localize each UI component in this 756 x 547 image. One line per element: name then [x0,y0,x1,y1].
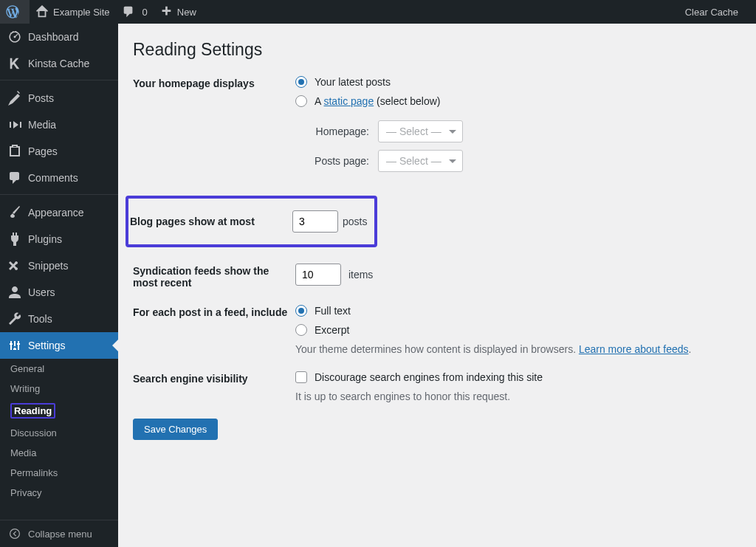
learn-more-feeds-link[interactable]: Learn more about feeds [579,343,689,355]
sidebar-item-settings[interactable]: Settings [0,332,118,359]
brush-icon [7,205,22,220]
radio-icon [295,324,307,336]
sidebar-item-label: Tools [28,313,52,325]
row-search-visibility: Search engine visibility Discourage sear… [133,371,741,402]
site-name-menu[interactable]: Example Site [30,0,116,24]
radio-label: A static page (select below) [315,95,440,107]
radio-latest-posts[interactable]: Your latest posts [295,76,741,88]
sidebar-item-label: Pages [28,145,58,157]
sidebar-item-users[interactable]: Users [0,279,118,306]
comments-menu[interactable]: 0 [116,0,154,24]
scissors-icon [7,258,22,273]
radio-label: Excerpt [315,324,349,336]
settings-submenu: General Writing Reading Discussion Media… [0,359,118,452]
row-label: Blog pages show at most [128,216,292,227]
sidebar-item-label: Users [28,286,55,298]
clear-cache-text: Clear Cache [685,7,738,18]
new-content-menu[interactable]: New [154,0,202,24]
sub-writing[interactable]: Writing [0,379,118,399]
sidebar-item-media[interactable]: Media [0,111,118,138]
sidebar-item-label: Appearance [28,207,84,219]
sidebar-item-snippets[interactable]: Snippets [0,252,118,279]
sidebar-item-plugins[interactable]: Plugins [0,226,118,252]
sidebar-item-label: Settings [28,340,66,351]
dashboard-icon [7,30,22,44]
kinsta-icon [7,56,22,71]
row-syndication-feeds: Syndication feeds show the most recent i… [133,264,741,289]
checkbox-discourage[interactable]: Discourage search engines from indexing … [295,371,741,383]
radio-static-page[interactable]: A static page (select below) [295,95,741,107]
wordpress-icon [6,5,19,18]
comments-count: 0 [142,7,148,18]
checkbox-icon [295,371,307,383]
admin-bar: Example Site 0 New Clear Cache [0,0,756,24]
comment-icon [122,5,135,18]
save-button[interactable]: Save Changes [133,419,218,440]
postspage-select-row: Posts page: — Select — [303,150,741,172]
new-label: New [177,7,196,18]
main-content: Reading Settings Your homepage displays … [118,24,756,452]
row-label: Search engine visibility [133,371,295,385]
feed-items-input[interactable] [295,264,341,286]
row-blog-pages: Blog pages show at most posts [127,196,741,247]
wrench-icon [7,312,22,326]
row-feed-include: For each post in a feed, include Full te… [133,305,741,355]
sidebar-item-label: Media [28,119,56,131]
comment-icon [7,171,22,185]
homepage-select[interactable]: — Select — [378,120,463,142]
radio-icon [295,95,307,107]
wp-logo-menu[interactable] [0,0,30,24]
radio-excerpt[interactable]: Excerpt [295,324,741,336]
row-homepage-displays: Your homepage displays Your latest posts… [133,76,741,179]
plug-icon [7,232,22,247]
admin-sidebar: Dashboard Kinsta Cache Posts Media Pages… [0,24,118,452]
sub-reading[interactable]: Reading [0,399,118,423]
sidebar-item-kinsta[interactable]: Kinsta Cache [0,50,118,77]
sliders-icon [7,338,22,353]
select-label: Posts page: [303,155,369,167]
posts-per-page-input[interactable] [292,210,338,233]
feed-description: Your theme determines how content is dis… [295,343,741,355]
sidebar-item-dashboard[interactable]: Dashboard [0,24,118,50]
page-icon [7,144,22,159]
sub-discussion[interactable]: Discussion [0,423,118,443]
clear-cache[interactable]: Clear Cache [679,0,744,24]
radio-label: Full text [315,305,351,317]
row-label: Syndication feeds show the most recent [133,264,295,289]
row-label: Your homepage displays [133,76,295,89]
postspage-select[interactable]: — Select — [378,150,463,172]
sidebar-item-comments[interactable]: Comments [0,165,118,191]
unit-label: posts [343,216,367,227]
homepage-select-row: Homepage: — Select — [303,120,741,142]
pin-icon [7,91,22,106]
home-icon [35,5,49,18]
user-icon [7,285,22,300]
page-title: Reading Settings [133,40,741,60]
sidebar-item-label: Kinsta Cache [28,58,89,69]
sidebar-item-label: Snippets [28,260,68,272]
sidebar-item-tools[interactable]: Tools [0,306,118,332]
checkbox-label: Discourage search engines from indexing … [315,371,543,383]
radio-label: Your latest posts [315,76,391,88]
sidebar-item-posts[interactable]: Posts [0,85,118,111]
row-label: For each post in a feed, include [133,305,295,318]
sidebar-item-label: Comments [28,172,78,184]
sidebar-item-label: Dashboard [28,31,79,43]
unit-label: items [348,269,373,281]
sidebar-item-appearance[interactable]: Appearance [0,199,118,226]
sidebar-item-pages[interactable]: Pages [0,138,118,165]
sidebar-item-label: Plugins [28,233,62,245]
sub-media[interactable]: Media [0,443,118,452]
media-icon [7,117,22,132]
radio-icon [295,76,307,88]
highlight-box: Blog pages show at most posts [126,196,377,247]
sidebar-item-label: Posts [28,92,54,104]
static-page-link[interactable]: static page [323,95,374,107]
visibility-description: It is up to search engines to honor this… [295,391,741,402]
select-label: Homepage: [303,125,369,137]
radio-full-text[interactable]: Full text [295,305,741,317]
site-name-text: Example Site [53,7,110,18]
plus-icon [159,5,173,18]
sub-general[interactable]: General [0,359,118,379]
radio-icon [295,305,307,317]
